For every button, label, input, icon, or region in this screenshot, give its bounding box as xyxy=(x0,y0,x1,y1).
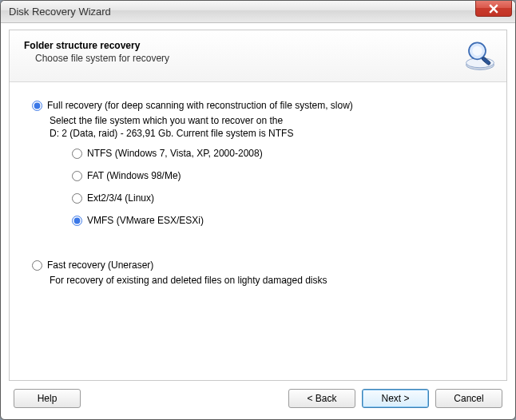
back-button[interactable]: < Back xyxy=(288,389,355,408)
body-area: Folder structure recovery Choose file sy… xyxy=(1,23,515,419)
close-button[interactable] xyxy=(475,1,512,17)
filesystem-list: NTFS (Windows 7, Vista, XP, 2000-2008) F… xyxy=(72,148,484,226)
fast-recovery-radio[interactable] xyxy=(32,260,42,271)
cancel-button[interactable]: Cancel xyxy=(435,389,502,408)
full-recovery-label[interactable]: Full recovery (for deep scanning with re… xyxy=(47,100,353,111)
fs-label-ntfs[interactable]: NTFS (Windows 7, Vista, XP, 2000-2008) xyxy=(87,148,263,159)
fs-radio-fat[interactable] xyxy=(72,171,82,181)
fast-recovery-label[interactable]: Fast recovery (Uneraser) xyxy=(47,260,153,271)
wizard-header: Folder structure recovery Choose file sy… xyxy=(10,30,506,82)
titlebar: Disk Recovery Wizard xyxy=(1,1,515,23)
wizard-window: Disk Recovery Wizard Folder structure re… xyxy=(0,0,516,420)
wizard-content: Full recovery (for deep scanning with re… xyxy=(10,82,506,380)
fs-option-fat[interactable]: FAT (Windows 98/Me) xyxy=(72,170,484,181)
fs-radio-vmfs[interactable] xyxy=(72,216,82,226)
next-button[interactable]: Next > xyxy=(362,389,429,408)
fs-option-ext[interactable]: Ext2/3/4 (Linux) xyxy=(72,192,484,204)
full-recovery-radio[interactable] xyxy=(32,101,42,111)
svg-point-3 xyxy=(472,46,482,56)
window-title: Disk Recovery Wizard xyxy=(9,6,111,18)
help-button[interactable]: Help xyxy=(14,389,81,408)
header-subtitle: Choose file system for recovery xyxy=(35,53,169,64)
fast-recovery-description: For recovery of existing and deleted fil… xyxy=(50,274,484,287)
full-recovery-option[interactable]: Full recovery (for deep scanning with re… xyxy=(32,100,484,111)
inner-panel: Folder structure recovery Choose file sy… xyxy=(9,30,507,381)
fs-radio-ext[interactable] xyxy=(72,193,82,204)
header-text: Folder structure recovery Choose file sy… xyxy=(24,38,169,64)
close-icon xyxy=(489,4,498,14)
full-recovery-desc-line2: D: 2 (Data, raid) - 263,91 Gb. Current f… xyxy=(50,127,484,140)
fs-radio-ntfs[interactable] xyxy=(72,149,82,159)
header-title: Folder structure recovery xyxy=(24,40,169,51)
fs-label-ext[interactable]: Ext2/3/4 (Linux) xyxy=(87,192,154,204)
fs-option-vmfs[interactable]: VMFS (VMware ESX/ESXi) xyxy=(72,215,484,226)
button-bar: Help < Back Next > Cancel xyxy=(9,381,507,411)
fast-recovery-option[interactable]: Fast recovery (Uneraser) xyxy=(32,260,484,271)
full-recovery-description: Select the file system which you want to… xyxy=(50,114,484,140)
full-recovery-desc-line1: Select the file system which you want to… xyxy=(50,114,484,127)
fs-label-vmfs[interactable]: VMFS (VMware ESX/ESXi) xyxy=(87,215,204,226)
fs-option-ntfs[interactable]: NTFS (Windows 7, Vista, XP, 2000-2008) xyxy=(72,148,484,159)
magnifier-disk-icon xyxy=(463,38,497,72)
fs-label-fat[interactable]: FAT (Windows 98/Me) xyxy=(87,170,181,181)
